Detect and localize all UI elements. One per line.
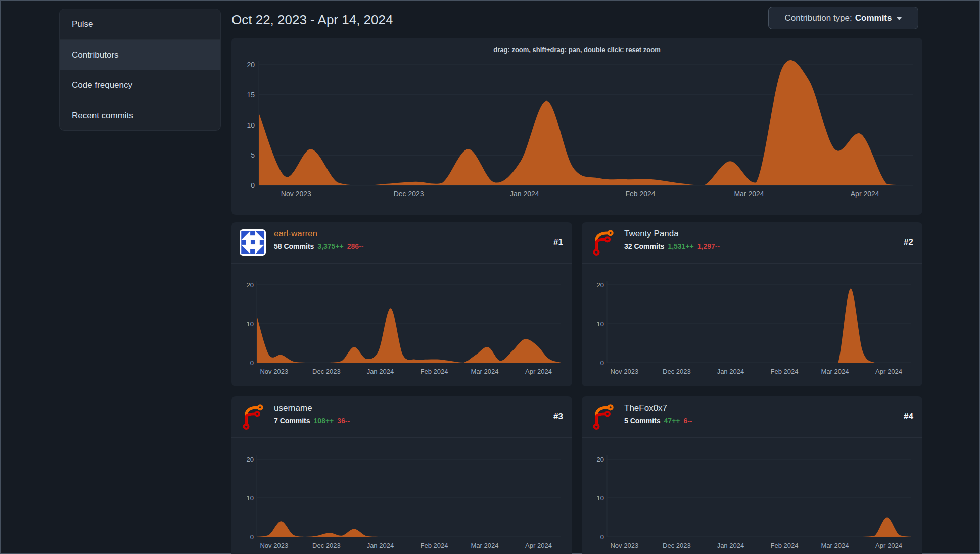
svg-text:20: 20 bbox=[597, 281, 604, 289]
svg-text:10: 10 bbox=[247, 121, 255, 129]
svg-text:Dec 2023: Dec 2023 bbox=[312, 368, 341, 375]
contributor-name[interactable]: earl-warren bbox=[274, 229, 317, 239]
contributor-chart[interactable]: 01020Nov 2023Dec 2023Jan 2024Feb 2024Mar… bbox=[582, 264, 922, 386]
svg-text:Dec 2023: Dec 2023 bbox=[312, 542, 341, 549]
rank-badge: #4 bbox=[904, 412, 913, 422]
commit-count: 32 Commits bbox=[624, 242, 664, 250]
identicon-image bbox=[240, 229, 266, 256]
avatar-identicon[interactable] bbox=[240, 229, 266, 256]
svg-text:Feb 2024: Feb 2024 bbox=[421, 368, 448, 375]
svg-text:Mar 2024: Mar 2024 bbox=[734, 190, 764, 198]
contributor-card: Twenty Panda 32 Commits 1,531++ 1,297-- … bbox=[582, 222, 922, 386]
avatar-forgejo-logo[interactable] bbox=[240, 404, 266, 430]
svg-text:10: 10 bbox=[247, 320, 254, 328]
contributor-stats: 32 Commits 1,531++ 1,297-- bbox=[624, 242, 720, 250]
chevron-down-icon bbox=[897, 17, 902, 20]
svg-text:Jan 2024: Jan 2024 bbox=[510, 190, 539, 198]
rank-badge: #1 bbox=[553, 237, 563, 247]
overall-contributions-panel: 05101520Nov 2023Dec 2023Jan 2024Feb 2024… bbox=[231, 38, 922, 215]
svg-text:0: 0 bbox=[600, 359, 604, 367]
svg-text:Nov 2023: Nov 2023 bbox=[610, 368, 638, 375]
svg-text:20: 20 bbox=[247, 456, 254, 463]
svg-text:10: 10 bbox=[597, 320, 604, 328]
svg-text:Apr 2024: Apr 2024 bbox=[525, 368, 552, 375]
svg-text:20: 20 bbox=[597, 456, 604, 463]
forgejo-logo-icon bbox=[590, 229, 616, 256]
svg-text:10: 10 bbox=[247, 494, 254, 502]
svg-text:Mar 2024: Mar 2024 bbox=[821, 368, 849, 375]
forgejo-logo-icon bbox=[240, 404, 266, 430]
additions-count: 47++ bbox=[664, 417, 680, 425]
svg-text:Apr 2024: Apr 2024 bbox=[875, 542, 902, 549]
svg-text:0: 0 bbox=[250, 533, 254, 541]
contributor-card-header: earl-warren 58 Commits 3,375++ 286-- #1 bbox=[231, 222, 572, 264]
contributor-card-header: Twenty Panda 32 Commits 1,531++ 1,297-- … bbox=[582, 222, 922, 264]
overall-contributions-chart[interactable]: 05101520Nov 2023Dec 2023Jan 2024Feb 2024… bbox=[231, 38, 922, 215]
svg-text:0: 0 bbox=[251, 181, 255, 189]
additions-count: 3,375++ bbox=[317, 242, 343, 250]
svg-text:Nov 2023: Nov 2023 bbox=[260, 368, 288, 375]
svg-text:Feb 2024: Feb 2024 bbox=[771, 368, 799, 375]
contributor-card-header: TheFox0x7 5 Commits 47++ 6-- #4 bbox=[582, 396, 922, 438]
sidebar-item-recent-commits[interactable]: Recent commits bbox=[60, 100, 220, 130]
svg-text:Nov 2023: Nov 2023 bbox=[260, 542, 288, 549]
svg-text:20: 20 bbox=[247, 61, 255, 69]
contributor-card-header: username 7 Commits 108++ 36-- #3 bbox=[231, 396, 572, 438]
additions-count: 1,531++ bbox=[668, 242, 693, 250]
contributor-name[interactable]: TheFox0x7 bbox=[624, 403, 667, 413]
svg-text:Mar 2024: Mar 2024 bbox=[471, 368, 498, 375]
svg-text:Feb 2024: Feb 2024 bbox=[421, 542, 448, 549]
contributor-stats: 58 Commits 3,375++ 286-- bbox=[274, 242, 363, 250]
commit-count: 58 Commits bbox=[274, 242, 314, 250]
sidebar-item-code-frequency[interactable]: Code frequency bbox=[60, 70, 220, 100]
forgejo-logo-icon bbox=[590, 404, 616, 430]
svg-text:Mar 2024: Mar 2024 bbox=[471, 542, 498, 549]
svg-text:0: 0 bbox=[250, 359, 254, 367]
contributor-name[interactable]: username bbox=[274, 403, 312, 413]
contributor-chart[interactable]: 01020Nov 2023Dec 2023Jan 2024Feb 2024Mar… bbox=[231, 438, 572, 554]
svg-text:Jan 2024: Jan 2024 bbox=[367, 368, 394, 375]
deletions-count: 36-- bbox=[337, 417, 350, 425]
contributor-chart[interactable]: 01020Nov 2023Dec 2023Jan 2024Feb 2024Mar… bbox=[582, 438, 922, 554]
svg-text:Feb 2024: Feb 2024 bbox=[771, 542, 799, 549]
contribution-type-dropdown[interactable]: Contribution type: Commits bbox=[768, 7, 918, 29]
contributor-chart[interactable]: 01020Nov 2023Dec 2023Jan 2024Feb 2024Mar… bbox=[231, 264, 572, 386]
avatar-forgejo-logo[interactable] bbox=[590, 404, 616, 430]
contribution-type-label: Contribution type: bbox=[785, 13, 852, 23]
sidebar-item-contributors[interactable]: Contributors bbox=[60, 39, 220, 70]
contributor-card: earl-warren 58 Commits 3,375++ 286-- #1 … bbox=[231, 222, 572, 386]
svg-text:20: 20 bbox=[247, 281, 254, 289]
rank-badge: #2 bbox=[904, 237, 913, 247]
svg-text:10: 10 bbox=[597, 494, 604, 502]
svg-text:Dec 2023: Dec 2023 bbox=[663, 368, 691, 375]
contributor-card: username 7 Commits 108++ 36-- #3 01020No… bbox=[231, 396, 572, 554]
svg-text:5: 5 bbox=[251, 151, 255, 159]
svg-text:Apr 2024: Apr 2024 bbox=[875, 368, 902, 375]
svg-text:Nov 2023: Nov 2023 bbox=[610, 542, 638, 549]
contributor-stats: 5 Commits 47++ 6-- bbox=[624, 417, 692, 425]
additions-count: 108++ bbox=[314, 417, 334, 425]
svg-text:Dec 2023: Dec 2023 bbox=[394, 190, 424, 198]
deletions-count: 286-- bbox=[347, 242, 364, 250]
activity-sidebar: Pulse Contributors Code frequency Recent… bbox=[59, 9, 221, 131]
svg-text:Apr 2024: Apr 2024 bbox=[525, 542, 552, 549]
commit-count: 5 Commits bbox=[624, 417, 661, 425]
svg-text:Dec 2023: Dec 2023 bbox=[663, 542, 691, 549]
deletions-count: 1,297-- bbox=[697, 242, 720, 250]
date-range-heading: Oct 22, 2023 - Apr 14, 2024 bbox=[231, 12, 393, 28]
svg-text:Jan 2024: Jan 2024 bbox=[717, 542, 744, 549]
rank-badge: #3 bbox=[553, 412, 563, 422]
contribution-type-value: Commits bbox=[855, 13, 892, 23]
svg-text:0: 0 bbox=[600, 533, 604, 541]
repo-activity-contributors-page: Pulse Contributors Code frequency Recent… bbox=[0, 0, 980, 554]
svg-text:Mar 2024: Mar 2024 bbox=[821, 542, 849, 549]
contributor-stats: 7 Commits 108++ 36-- bbox=[274, 417, 350, 425]
contributor-card: TheFox0x7 5 Commits 47++ 6-- #4 01020Nov… bbox=[582, 396, 922, 554]
svg-text:Apr 2024: Apr 2024 bbox=[851, 190, 879, 198]
commit-count: 7 Commits bbox=[274, 417, 310, 425]
contributor-name[interactable]: Twenty Panda bbox=[624, 229, 679, 239]
svg-text:Feb 2024: Feb 2024 bbox=[625, 190, 655, 198]
sidebar-item-pulse[interactable]: Pulse bbox=[60, 9, 220, 39]
deletions-count: 6-- bbox=[684, 417, 692, 425]
avatar-forgejo-logo[interactable] bbox=[590, 229, 616, 256]
